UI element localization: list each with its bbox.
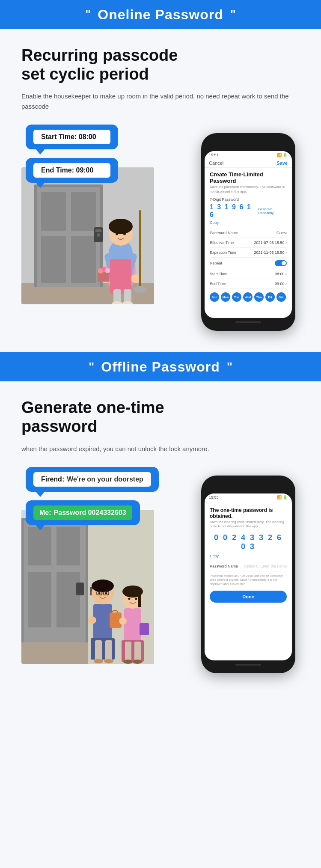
row-label: End Time <box>210 282 226 286</box>
row-label: Expiration Time <box>210 250 236 255</box>
phone-mockup: 15:51 📶 🔋 Cancel Save Create Time-Limite… <box>201 133 295 331</box>
section2-description: when the password expired, you can not u… <box>21 444 300 454</box>
phone-row-repeat: Repeat <box>210 258 287 269</box>
svg-rect-54 <box>105 640 112 662</box>
friend-msg: We're on your doorstep <box>67 476 143 483</box>
svg-rect-37 <box>28 527 51 565</box>
svg-rect-5 <box>71 192 96 231</box>
svg-rect-53 <box>95 640 102 662</box>
day-sun[interactable]: Sun <box>210 292 219 302</box>
phone2-expire: Password expires at 07-06 21:00 and can … <box>210 574 287 586</box>
day-thu[interactable]: Thu <box>254 292 264 302</box>
svg-point-68 <box>123 660 133 664</box>
row-label: Start Time <box>210 272 227 276</box>
time-bubbles: Start Time: 08:00 End Time: 09:00 <box>26 125 167 189</box>
toggle-on[interactable] <box>275 260 287 266</box>
banner-title: Oneline Password <box>98 7 223 23</box>
svg-rect-4 <box>41 192 66 231</box>
svg-rect-23 <box>110 259 131 294</box>
phone-password-label: 7-Digit Password <box>210 197 287 202</box>
section2-content: Generate one-time password when the pass… <box>0 381 321 690</box>
phone-save[interactable]: Save <box>276 161 288 166</box>
svg-point-51 <box>105 592 107 594</box>
phone2-time: 15:53 <box>209 495 219 499</box>
phone2-notch <box>231 482 265 491</box>
phone2-screen-title: The one-time password is obtained. <box>210 507 287 519</box>
start-time-bubble: Start Time: 08:00 <box>26 125 118 149</box>
phone-row-start: Start Time 08:00 › <box>210 269 287 279</box>
row-placeholder: Optional: Enter the name <box>244 564 287 568</box>
svg-point-71 <box>119 618 127 624</box>
svg-point-56 <box>104 659 113 663</box>
me-msg: Password 0024332603 <box>54 509 126 517</box>
phone2-screen: 15:53 📶 🔋 The one-time password is obtai… <box>205 493 292 660</box>
section1-heading: Recurring passcode set cyclic period <box>21 46 300 83</box>
phone2-home-bar <box>235 664 261 666</box>
phone2-body: The one-time password is obtained. Save … <box>205 501 292 606</box>
offline-banner: " Offline Password " <box>0 352 321 381</box>
phone2-row-name: Password Name Optional: Enter the name <box>210 562 287 571</box>
svg-rect-21 <box>139 210 141 287</box>
end-time-box: End Time: 09:00 <box>33 163 110 178</box>
phone-code-digits: 1 3 1 9 6 1 6 <box>210 203 256 219</box>
day-tue[interactable]: Tue <box>232 292 241 302</box>
phone-screen-subtitle: Save the password immediately. The passw… <box>210 185 287 194</box>
phone-row-effective: Effective Time 2021-07-06 15:50 › <box>210 238 287 248</box>
svg-rect-38 <box>56 527 80 565</box>
offline-quote-left: " <box>89 360 94 374</box>
phone-nav: Cancel Save <box>205 159 292 168</box>
row-value: 2021-11-06 15:50 › <box>254 250 287 255</box>
svg-rect-41 <box>76 583 84 595</box>
day-fri[interactable]: Fri <box>265 292 275 302</box>
phone-row-name: Password Name Guest <box>210 228 287 238</box>
svg-point-16 <box>123 232 126 235</box>
phone2-icons: 📶 🔋 <box>277 495 288 499</box>
svg-point-64 <box>135 597 137 600</box>
svg-rect-39 <box>28 572 51 627</box>
svg-rect-66 <box>125 642 131 662</box>
section2-demo: Firend: We're on your doorstep Me: Passw… <box>21 467 300 673</box>
me-text: Me: Password 0024332603 <box>33 505 132 520</box>
end-time-bubble: End Time: 09:00 <box>26 158 118 183</box>
friend-bubble: Firend: We're on your doorstep <box>26 467 159 492</box>
phone2-copy[interactable]: Copy <box>210 554 287 558</box>
phone-cancel[interactable]: Cancel <box>209 161 223 166</box>
chat-bubbles: Firend: We're on your doorstep Me: Passw… <box>26 467 167 531</box>
banner-quote-left: " <box>85 8 91 21</box>
section1-description: Enable the housekeeper to make up room i… <box>21 91 300 112</box>
svg-rect-70 <box>140 623 149 635</box>
row-label: Password Name <box>210 564 238 568</box>
phone-code-row: 1 3 1 9 6 1 6 Generate Randomly <box>210 203 287 219</box>
banner-quote-right: " <box>230 8 236 21</box>
phone-row-end: End Time 09:00 › <box>210 279 287 289</box>
phone-wrap: 15:51 📶 🔋 Cancel Save Create Time-Limite… <box>167 125 300 331</box>
me-label: Me: <box>39 509 51 517</box>
phone-copy[interactable]: Copy <box>210 220 287 225</box>
row-label: Repeat <box>210 261 222 265</box>
svg-point-63 <box>128 597 131 600</box>
day-sat[interactable]: Sat <box>276 292 286 302</box>
me-bubble: Me: Password 0024332603 <box>26 500 140 525</box>
section2-heading: Generate one-time password <box>21 398 300 436</box>
svg-point-46 <box>92 580 114 592</box>
day-wed[interactable]: Wed <box>243 292 253 302</box>
phone-screen: 15:51 📶 🔋 Cancel Save Create Time-Limite… <box>205 151 292 318</box>
svg-rect-62 <box>138 595 141 607</box>
day-mon[interactable]: Mon <box>221 292 230 302</box>
row-label: Effective Time <box>210 241 234 245</box>
phone-status-bar: 15:51 📶 🔋 <box>205 151 292 159</box>
svg-point-69 <box>133 660 142 664</box>
phone2-done-btn[interactable]: Done <box>210 591 287 603</box>
generate-btn[interactable]: Generate Randomly <box>258 207 287 215</box>
offline-quote-right: " <box>227 360 232 374</box>
svg-rect-44 <box>93 604 112 642</box>
svg-point-14 <box>109 219 133 234</box>
phone-body: Create Time-Limited Password Save the pa… <box>205 168 292 305</box>
svg-rect-9 <box>95 229 101 232</box>
phone-home-bar <box>235 321 261 323</box>
phone-time: 15:51 <box>209 153 219 157</box>
svg-rect-24 <box>98 272 110 282</box>
phone2-code: 0 0 2 4 3 3 2 6 0 3 <box>210 533 287 551</box>
svg-rect-6 <box>41 236 66 283</box>
friend-label: Firend: <box>41 476 64 483</box>
